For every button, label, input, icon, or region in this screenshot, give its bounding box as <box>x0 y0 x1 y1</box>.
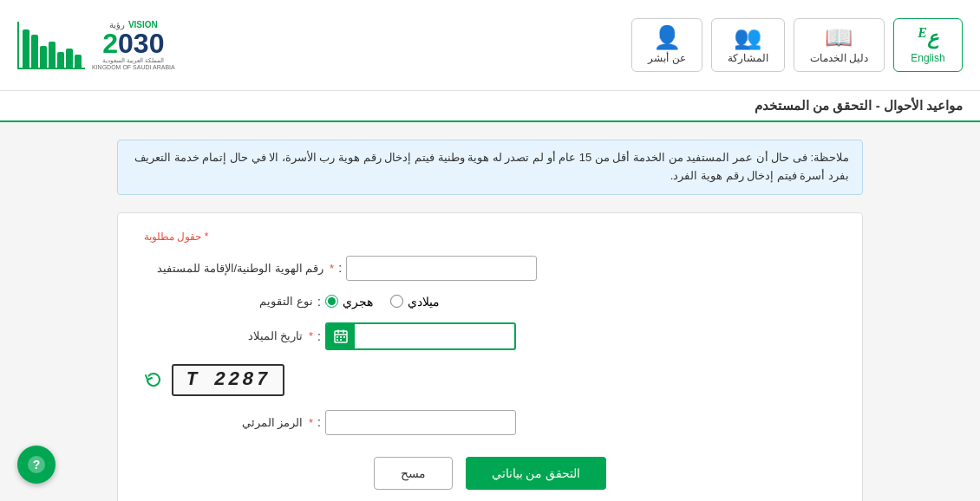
help-icon: ? <box>27 455 46 474</box>
english-icon: عE <box>918 26 938 48</box>
nav-item-service-guide[interactable]: 📖 دليل الخدمات <box>794 18 885 72</box>
date-input-wrapper <box>325 322 516 350</box>
svg-text:?: ? <box>33 458 41 472</box>
svg-rect-4 <box>336 339 338 341</box>
captcha-image-row: T 2287 <box>144 364 836 396</box>
captcha-colon: : <box>317 415 321 429</box>
hijri-option[interactable]: هجري <box>325 295 373 309</box>
form-container: * حقول مطلوبة : * رقم الهوية الوطنية/الإ… <box>117 212 863 501</box>
birth-date-input[interactable] <box>355 324 514 348</box>
id-number-input[interactable] <box>346 256 537 281</box>
hijri-label: هجري <box>343 295 373 309</box>
captcha-label: * الرمز المرئي <box>157 416 313 429</box>
required-note: * حقول مطلوبة <box>144 231 836 243</box>
calendar-colon: : <box>317 295 321 309</box>
radio-group-calendar: ميلادي هجري <box>325 295 440 309</box>
miladi-option[interactable]: ميلادي <box>390 295 440 309</box>
calendar-type-row: ميلادي هجري : نوع التقويم <box>144 295 836 309</box>
birth-date-row: : * تاريخ الميلاد <box>144 322 836 350</box>
nav-item-participation[interactable]: 👥 المشاركة <box>711 18 785 72</box>
id-field-label: * رقم الهوية الوطنية/الإقامة للمستفيد <box>157 262 334 275</box>
clear-button[interactable]: مسح <box>374 457 453 490</box>
participation-icon: 👥 <box>734 26 761 49</box>
logo-area: VISION رؤية 2030 المملكة العربية السعودي… <box>17 20 175 70</box>
nav-participation-label: المشاركة <box>728 52 768 64</box>
birth-date-star: * <box>309 329 313 342</box>
id-number-row: : * رقم الهوية الوطنية/الإقامة للمستفيد <box>144 256 836 281</box>
captcha-input-row: : * الرمز المرئي <box>144 410 836 435</box>
svg-rect-5 <box>340 339 342 341</box>
svg-rect-2 <box>340 336 342 338</box>
captcha-star: * <box>309 416 313 429</box>
calendar-icon <box>334 329 348 343</box>
refresh-captcha-button[interactable] <box>144 370 163 389</box>
about-icon: 👤 <box>653 26 681 49</box>
verify-button[interactable]: التحقق من بياناتي <box>466 457 607 490</box>
refresh-icon <box>144 370 163 389</box>
nav-item-english[interactable]: عE English <box>893 18 963 71</box>
captcha-input[interactable] <box>325 410 516 435</box>
birth-date-colon: : <box>317 329 321 343</box>
id-colon: : <box>338 261 342 275</box>
chart-bars <box>17 22 85 69</box>
svg-rect-1 <box>336 336 338 338</box>
vision-badge: VISION رؤية 2030 المملكة العربية السعودي… <box>17 20 175 70</box>
nav-english-label: English <box>911 52 944 64</box>
buttons-row: التحقق من بياناتي مسح <box>144 457 836 490</box>
miladi-label: ميلادي <box>408 295 440 309</box>
nav-service-guide-label: دليل الخدمات <box>810 52 868 64</box>
subheader: مواعيد الأحوال - التحقق من المستخدم <box>0 91 980 122</box>
birth-date-label: * تاريخ الميلاد <box>157 329 313 342</box>
nav-icons: عE English 📖 دليل الخدمات 👥 المشاركة 👤 ع… <box>631 18 963 72</box>
miladi-radio[interactable] <box>390 295 403 308</box>
header: عE English 📖 دليل الخدمات 👥 المشاركة 👤 ع… <box>0 0 980 91</box>
kingdom-text: المملكة العربية السعوديةKINGDOM OF SAUDI… <box>92 57 175 70</box>
svg-rect-3 <box>343 336 345 338</box>
notice-box: ملاحظة: فى حال أن عمر المستفيد من الخدمة… <box>117 140 863 195</box>
service-guide-icon: 📖 <box>825 26 853 49</box>
id-required-star: * <box>330 262 334 275</box>
vision-year: 2030 <box>92 29 175 57</box>
captcha-image: T 2287 <box>172 364 284 396</box>
nav-item-about[interactable]: 👤 عن أبشر <box>631 18 702 72</box>
calendar-button[interactable] <box>327 324 355 348</box>
main-content: ملاحظة: فى حال أن عمر المستفيد من الخدمة… <box>100 122 880 501</box>
page-title: مواعيد الأحوال - التحقق من المستخدم <box>17 98 963 114</box>
calendar-type-label: نوع التقويم <box>157 295 313 308</box>
help-fab-button[interactable]: ? <box>17 446 56 484</box>
vision-text-block: VISION رؤية 2030 المملكة العربية السعودي… <box>92 20 175 70</box>
hijri-radio[interactable] <box>325 295 338 308</box>
nav-about-label: عن أبشر <box>648 52 685 64</box>
